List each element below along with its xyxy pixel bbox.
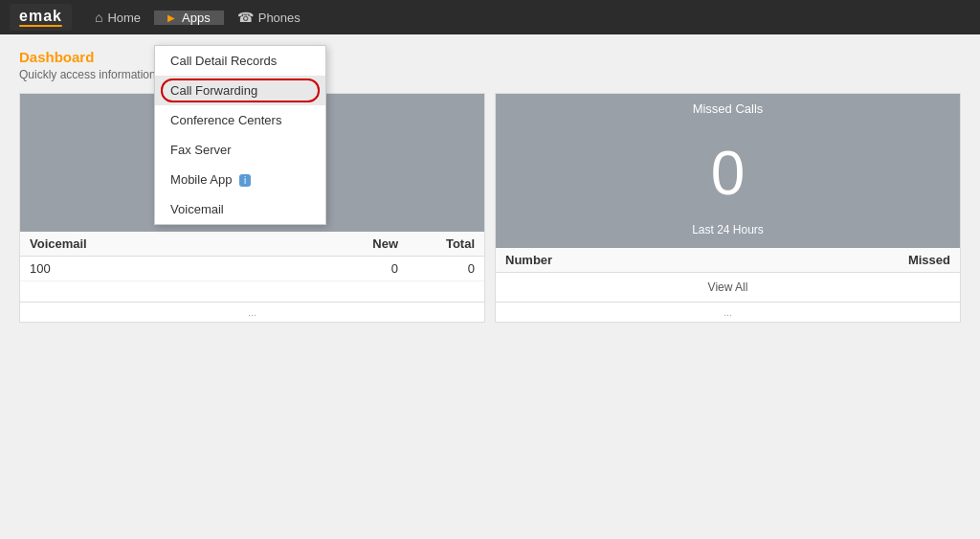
nav-phones-label: Phones xyxy=(258,11,301,25)
menu-item-call-forwarding[interactable]: Call Forwarding xyxy=(155,76,325,105)
missed-calls-table: Number Missed View All xyxy=(496,248,960,302)
missed-calls-header: Missed Calls xyxy=(496,94,960,124)
th-number: Number xyxy=(505,253,874,267)
missed-calls-count: 0 xyxy=(496,124,960,223)
missed-calls-panel-footer: ... xyxy=(496,302,960,322)
voicemail-table-header: Voicemail New Total xyxy=(20,232,484,257)
navbar: emak ⌂ Home ▶ Apps Call Detail Records C… xyxy=(0,0,980,34)
th-new: New xyxy=(322,236,398,251)
brand-name: emak xyxy=(19,8,62,25)
menu-item-mobile-app[interactable]: Mobile App i xyxy=(155,165,325,194)
th-total: Total xyxy=(398,236,475,251)
main-content: Dashboard Quickly access information and… xyxy=(0,34,980,337)
nav-phones[interactable]: ☎ Phones xyxy=(224,0,314,34)
nav-home-label: Home xyxy=(107,11,141,25)
nav-apps[interactable]: ▶ Apps xyxy=(154,11,224,25)
td-total: 0 xyxy=(398,261,475,276)
menu-item-voicemail[interactable]: Voicemail xyxy=(155,194,325,224)
home-icon: ⌂ xyxy=(95,10,102,25)
apps-arrow-icon: ▶ xyxy=(167,12,175,23)
nav-items: ⌂ Home ▶ Apps Call Detail Records Call F… xyxy=(81,0,314,34)
menu-item-conference-centers[interactable]: Conference Centers xyxy=(155,105,325,135)
menu-item-call-detail-records[interactable]: Call Detail Records xyxy=(155,46,325,76)
brand-underline xyxy=(19,25,62,27)
voicemail-table: Voicemail New Total 100 0 0 xyxy=(20,232,484,302)
missed-calls-subtitle: Last 24 Hours xyxy=(496,223,960,248)
mobile-app-badge: i xyxy=(239,174,251,187)
apps-dropdown-container: ▶ Apps Call Detail Records Call Forwardi… xyxy=(154,11,224,25)
nav-apps-label: Apps xyxy=(182,11,211,25)
view-all-link[interactable]: View All xyxy=(496,273,960,302)
td-new: 0 xyxy=(322,261,398,276)
apps-dropdown-menu: Call Detail Records Call Forwarding Conf… xyxy=(154,45,326,225)
td-voicemail: 100 xyxy=(30,261,322,276)
nav-home[interactable]: ⌂ Home xyxy=(81,0,154,34)
missed-calls-table-header: Number Missed xyxy=(496,248,960,273)
th-missed: Missed xyxy=(874,253,950,267)
phone-icon: ☎ xyxy=(237,10,254,25)
brand-logo[interactable]: emak xyxy=(10,4,72,31)
missed-calls-panel: Missed Calls 0 Last 24 Hours Number Miss… xyxy=(495,93,961,323)
th-voicemail: Voicemail xyxy=(30,236,322,251)
table-row: 100 0 0 xyxy=(20,257,484,281)
voicemail-panel-footer: ... xyxy=(20,302,484,322)
menu-item-fax-server[interactable]: Fax Server xyxy=(155,135,325,165)
